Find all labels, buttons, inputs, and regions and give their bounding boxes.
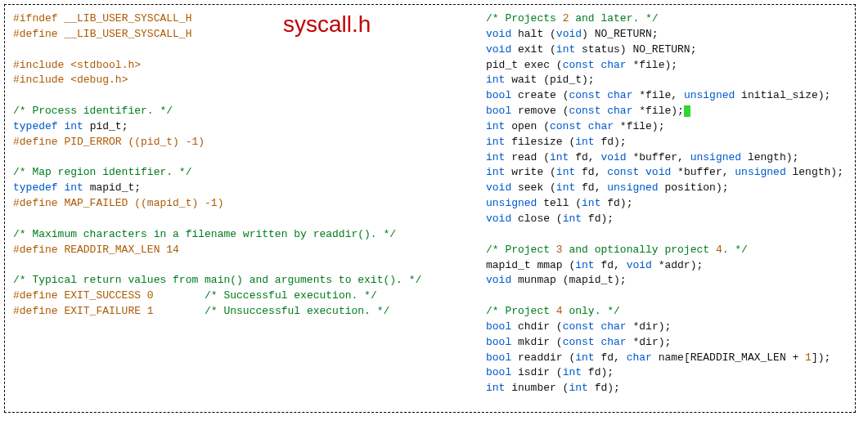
include-path: <debug.h> (70, 74, 128, 86)
slide-title: syscall.h (283, 8, 371, 42)
macro: EXIT_SUCCESS 0 (58, 289, 154, 302)
kw: void (486, 28, 511, 40)
pp-define: #define (13, 305, 58, 317)
pp-define: #define (13, 289, 58, 302)
comment: /* Typical return values from main() and… (13, 274, 421, 286)
right-code: /* Projects 2 and later. */ void halt (v… (486, 11, 847, 396)
kw-typedef: typedef (13, 181, 58, 194)
pp-include: #include (13, 59, 70, 71)
pp-define: #define (13, 244, 58, 256)
kw-int: int (58, 120, 83, 132)
comment: /* Map region identifier. */ (13, 166, 191, 178)
macro-name: __LIB_USER_SYSCALL_H (64, 12, 191, 25)
macro: MAP_FAILED ((mapid_t) -1) (58, 197, 224, 209)
comment: /* Process identifier. */ (13, 105, 173, 117)
code-slide-frame: syscall.h #ifndef __LIB_USER_SYSCALL_H #… (4, 4, 856, 413)
comment: /* Successful execution. */ (205, 289, 377, 302)
comment: /* Unsuccessful execution. */ (205, 305, 389, 317)
text-cursor (684, 105, 690, 117)
type-name: pid_t; (83, 120, 128, 132)
pp-ifndef: #ifndef (13, 12, 64, 25)
kw-int: int (58, 181, 83, 194)
left-code: #ifndef __LIB_USER_SYSCALL_H #define __L… (13, 11, 471, 320)
pp-define: #define (13, 197, 58, 209)
comment: /* Maximum characters in a filename writ… (13, 228, 396, 240)
comment: and later. */ (569, 12, 658, 25)
left-code-column: #ifndef __LIB_USER_SYSCALL_H #define __L… (13, 11, 471, 405)
kw-typedef: typedef (13, 120, 58, 132)
comment: /* Projects (486, 12, 563, 25)
pp-define: #define (13, 136, 58, 148)
type-name: mapid_t; (83, 181, 141, 194)
code-columns: #ifndef __LIB_USER_SYSCALL_H #define __L… (13, 11, 847, 405)
pp-include: #include (13, 74, 70, 86)
macro: READDIR_MAX_LEN 14 (58, 244, 179, 256)
pp-define: #define (13, 28, 64, 40)
macro: PID_ERROR ((pid_t) -1) (58, 136, 205, 148)
right-code-column: /* Projects 2 and later. */ void halt (v… (486, 11, 847, 405)
include-path: <stdbool.h> (70, 59, 141, 71)
macro-name: __LIB_USER_SYSCALL_H (64, 28, 191, 40)
macro: EXIT_FAILURE 1 (58, 305, 154, 317)
